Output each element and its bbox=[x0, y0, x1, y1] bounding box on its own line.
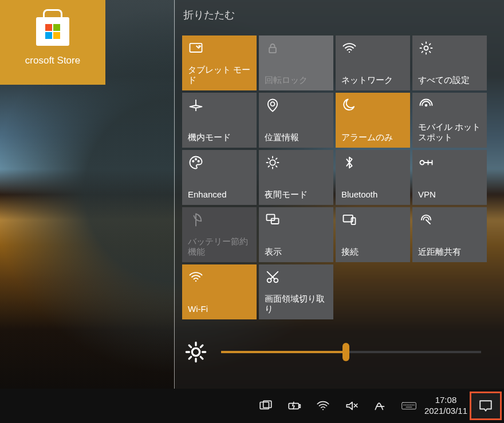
tile-location[interactable]: 位置情報 bbox=[259, 93, 333, 148]
wifi-icon bbox=[188, 269, 204, 285]
tile-label: 位置情報 bbox=[265, 132, 329, 143]
svg-point-0 bbox=[192, 348, 199, 355]
tile-label: Bluetooth bbox=[341, 189, 405, 200]
system-tray bbox=[258, 398, 416, 413]
tile-label: すべての設定 bbox=[418, 75, 482, 86]
tile-label: モバイル ホットスポット bbox=[418, 122, 482, 144]
connect-icon bbox=[341, 212, 357, 228]
tile-label: 画面領域切り取り bbox=[265, 294, 329, 315]
hotspot-icon bbox=[418, 97, 434, 113]
volume-muted-icon[interactable] bbox=[344, 398, 359, 413]
palette-icon bbox=[188, 155, 204, 171]
tile-snip[interactable]: 画面領域切り取り bbox=[259, 264, 333, 319]
collapse-button[interactable]: 折りたたむ bbox=[183, 8, 235, 22]
tile-palette[interactable]: Enhanced bbox=[182, 150, 257, 205]
tile-bluetooth[interactable]: Bluetooth bbox=[336, 150, 410, 205]
tile-hotspot[interactable]: モバイル ホットスポット bbox=[412, 93, 487, 148]
action-center-panel: 折りたたむ タブレット モード回転ロックネットワークすべての設定機内モード位置情… bbox=[175, 0, 504, 389]
tile-label: 接続 bbox=[341, 247, 405, 258]
tile-label: Wi-Fi bbox=[188, 304, 252, 315]
svg-point-5 bbox=[322, 409, 324, 410]
store-bag-icon bbox=[34, 8, 72, 46]
tablet-mode-icon bbox=[188, 40, 204, 56]
location-icon bbox=[265, 97, 281, 113]
clock-date: 2021/03/11 bbox=[424, 406, 467, 417]
tile-tablet-mode[interactable]: タブレット モード bbox=[182, 35, 257, 90]
brightness-slider[interactable] bbox=[184, 341, 481, 363]
nearby-icon bbox=[418, 212, 434, 228]
svg-rect-4 bbox=[299, 405, 300, 408]
brightness-icon bbox=[184, 341, 207, 363]
tile-rotation-lock: 回転ロック bbox=[259, 35, 333, 90]
tile-label: 夜間モード bbox=[265, 189, 329, 200]
tile-night-light[interactable]: 夜間モード bbox=[259, 150, 333, 205]
bluetooth-icon bbox=[341, 155, 357, 171]
tile-wifi[interactable]: Wi-Fi bbox=[182, 264, 257, 319]
taskbar: 17:08 2021/03/11 bbox=[0, 389, 504, 423]
wifi-tray-icon[interactable] bbox=[316, 398, 330, 413]
tile-settings[interactable]: すべての設定 bbox=[412, 35, 487, 90]
tile-label: VPN bbox=[418, 189, 482, 200]
clock-time: 17:08 bbox=[435, 395, 457, 406]
moon-icon bbox=[341, 97, 357, 113]
tile-project[interactable]: 表示 bbox=[259, 207, 333, 262]
ms-store-tile[interactable]: crosoft Store bbox=[0, 0, 105, 85]
tile-label: 回転ロック bbox=[265, 75, 329, 86]
tile-network[interactable]: ネットワーク bbox=[336, 35, 410, 90]
tile-nearby[interactable]: 近距離共有 bbox=[412, 207, 487, 262]
touch-keyboard-icon[interactable] bbox=[401, 398, 416, 413]
brightness-fill bbox=[221, 351, 346, 353]
tile-label: 表示 bbox=[265, 247, 329, 258]
settings-icon bbox=[418, 40, 434, 56]
brightness-thumb[interactable] bbox=[342, 343, 349, 361]
svg-rect-6 bbox=[402, 402, 416, 409]
airplane-icon bbox=[188, 97, 204, 113]
night-light-icon bbox=[265, 155, 281, 171]
battery-icon[interactable] bbox=[287, 398, 302, 413]
tile-vpn[interactable]: VPN bbox=[412, 150, 487, 205]
project-icon bbox=[265, 212, 281, 228]
ime-icon[interactable] bbox=[373, 398, 388, 413]
leaf-icon bbox=[188, 212, 204, 228]
tile-moon[interactable]: アラームのみ bbox=[336, 93, 410, 148]
task-view-icon[interactable] bbox=[258, 398, 273, 413]
network-icon bbox=[341, 40, 357, 56]
tile-connect[interactable]: 接続 bbox=[336, 207, 410, 262]
action-center-button[interactable] bbox=[470, 392, 502, 420]
tile-label: 機内モード bbox=[188, 132, 252, 143]
tile-label: ネットワーク bbox=[341, 75, 405, 86]
tile-label: 近距離共有 bbox=[418, 247, 482, 258]
vpn-icon bbox=[418, 155, 434, 171]
tile-label: バッテリー節約機能 bbox=[188, 236, 252, 258]
brightness-rail[interactable] bbox=[221, 351, 481, 353]
tile-label: アラームのみ bbox=[341, 132, 405, 143]
rotation-lock-icon bbox=[265, 40, 281, 56]
desktop: crosoft Store 折りたたむ タブレット モード回転ロックネットワーク… bbox=[0, 0, 504, 423]
snip-icon bbox=[265, 269, 281, 285]
tile-leaf: バッテリー節約機能 bbox=[182, 207, 257, 262]
tile-label: Enhanced bbox=[188, 189, 252, 200]
action-center-separator bbox=[174, 0, 175, 389]
tile-airplane[interactable]: 機内モード bbox=[182, 93, 257, 148]
ms-store-label: crosoft Store bbox=[0, 55, 105, 66]
tile-label: タブレット モード bbox=[188, 65, 252, 86]
taskbar-clock[interactable]: 17:08 2021/03/11 bbox=[424, 395, 467, 417]
quick-action-tiles: タブレット モード回転ロックネットワークすべての設定機内モード位置情報アラームの… bbox=[182, 35, 493, 319]
